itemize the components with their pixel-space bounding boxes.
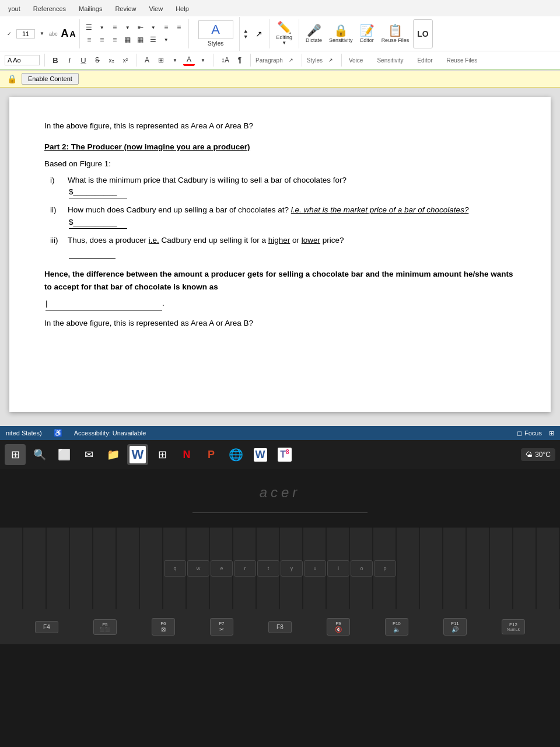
key-t[interactable]: t: [257, 560, 279, 577]
styles-chevron-down[interactable]: ▼: [243, 34, 249, 40]
hence-blank[interactable]: |: [46, 298, 162, 310]
styles-expand-icon[interactable]: ↗: [252, 29, 266, 39]
question-i: i) What is the minimum price that Cadbur…: [44, 174, 516, 199]
font-name-input[interactable]: A Ao: [5, 55, 40, 65]
taskbar-netflix-btn[interactable]: N: [176, 444, 197, 465]
para-expand-icon[interactable]: ↗: [285, 54, 297, 66]
styles-box[interactable]: A: [198, 20, 233, 39]
align-center-btn[interactable]: ≡: [96, 34, 108, 46]
taskbar-powerpoint-btn[interactable]: P: [201, 444, 222, 465]
keyboard-keys: q w e r t y u i o p: [28, 560, 532, 577]
key-r[interactable]: r: [234, 560, 256, 577]
sort-btn[interactable]: ↕A: [219, 54, 232, 66]
weather-badge[interactable]: 🌤 30°C: [521, 448, 555, 461]
taskbar-email-btn[interactable]: ✉: [78, 444, 99, 465]
taskbar-folder-btn[interactable]: 📁: [103, 444, 124, 465]
key-f12[interactable]: F12 NumLk: [502, 619, 525, 634]
tab-references[interactable]: References: [27, 3, 72, 15]
list-bullet-dropdown[interactable]: ▼: [96, 22, 108, 33]
key-f7[interactable]: F7 ✂: [210, 618, 233, 636]
key-p[interactable]: p: [374, 560, 396, 577]
taskbar-windows2-btn[interactable]: ⊞: [152, 444, 173, 465]
sensitivity-btn[interactable]: 🔒 Sensitivity: [326, 19, 356, 48]
list-numbered-btn[interactable]: ≡: [109, 22, 121, 33]
align-right-btn[interactable]: ≡: [173, 22, 185, 33]
grid-view-btn[interactable]: ⊞: [549, 430, 554, 437]
word2-icon: W: [254, 448, 267, 462]
subscript-btn[interactable]: x₂: [106, 54, 117, 66]
strikethrough-btn[interactable]: S̶: [92, 54, 103, 66]
superscript-btn[interactable]: x²: [120, 54, 131, 66]
key-f4[interactable]: F4: [35, 621, 58, 633]
sep4: [299, 19, 299, 48]
key-w[interactable]: w: [187, 560, 209, 577]
font-color-dropdown[interactable]: ▼: [197, 54, 209, 66]
tab-review[interactable]: Review: [109, 3, 142, 15]
styles-expand-btn[interactable]: ↗: [325, 54, 337, 66]
tab-help[interactable]: Help: [170, 3, 195, 15]
font-a-large: A: [61, 27, 69, 40]
list2-dropdown[interactable]: ▼: [160, 34, 172, 46]
key-u[interactable]: u: [304, 560, 326, 577]
key-e[interactable]: e: [211, 560, 233, 577]
underline-btn[interactable]: U: [78, 54, 89, 66]
font-size-down[interactable]: ✓: [4, 28, 15, 40]
enable-content-btn[interactable]: Enable Content: [22, 73, 79, 85]
dictate-btn[interactable]: 🎤 Dictate: [303, 19, 325, 48]
reuse-files-btn[interactable]: 📋 Reuse Files: [379, 19, 412, 48]
align-right2-btn[interactable]: ≡: [109, 34, 121, 46]
taskbar-search-btn[interactable]: 🔍: [29, 444, 50, 465]
taskbar-teams-btn[interactable]: T8: [274, 444, 295, 465]
key-y[interactable]: y: [281, 560, 303, 577]
tab-mailings[interactable]: Mailings: [73, 3, 108, 15]
taskbar-word-btn[interactable]: W: [127, 444, 148, 465]
editor-btn[interactable]: 📝 Editor: [357, 19, 377, 48]
indent-dropdown[interactable]: ▼: [148, 22, 159, 33]
editing-btn[interactable]: ✏️ Editing ▼: [274, 19, 296, 48]
reuse-icon: 📋: [388, 25, 402, 36]
table2-btn[interactable]: ⊞: [155, 54, 167, 66]
tab-layout[interactable]: yout: [2, 3, 26, 15]
editing-dropdown-icon[interactable]: ▼: [282, 40, 286, 46]
list-numbered-dropdown[interactable]: ▼: [122, 22, 134, 33]
lo-btn[interactable]: LO: [413, 19, 432, 48]
align-justify2-btn[interactable]: ▦: [122, 34, 134, 46]
key-o[interactable]: o: [351, 560, 373, 577]
italic-btn[interactable]: I: [64, 54, 75, 66]
focus-btn[interactable]: ◻ Focus: [517, 430, 542, 437]
key-f11[interactable]: F11 🔊: [443, 618, 467, 636]
taskbar-start-btn[interactable]: ⊞: [5, 444, 26, 465]
font-color-btn[interactable]: A: [183, 54, 195, 66]
taskbar-word2-btn[interactable]: W: [250, 444, 271, 465]
sep8: [250, 54, 251, 67]
taskbar-task-view-btn[interactable]: ⬜: [54, 444, 75, 465]
list-bullet-btn[interactable]: ☰: [83, 22, 95, 33]
question-iii: iii) Thus, does a producer i.e. Cadbury …: [44, 235, 516, 259]
align-justify-btn[interactable]: ≡: [160, 22, 172, 33]
q-ii-blank[interactable]: $__________: [69, 217, 127, 229]
table-btn[interactable]: ▦: [135, 34, 146, 46]
tab-view[interactable]: View: [144, 3, 169, 15]
key-i[interactable]: i: [327, 560, 349, 577]
styles-chevron-up[interactable]: ▲: [243, 28, 249, 34]
key-f10[interactable]: F10 🔈: [385, 618, 408, 636]
key-f9[interactable]: F9 🔇: [327, 618, 350, 636]
q-iii-blank[interactable]: [69, 246, 116, 259]
align-left-btn[interactable]: ≡: [83, 34, 95, 46]
list2-btn[interactable]: ☰: [148, 34, 159, 46]
taskbar-chrome-btn[interactable]: 🌐: [225, 444, 246, 465]
indent-btn[interactable]: ⇤: [135, 22, 146, 33]
key-f8[interactable]: F8: [268, 621, 292, 633]
key-f6[interactable]: F6 ⊠: [152, 618, 175, 636]
key-q[interactable]: q: [164, 560, 186, 577]
key-f5[interactable]: F5 ⬛⬛: [93, 619, 117, 635]
bold-btn[interactable]: B: [50, 54, 61, 66]
hence-text: Hence, the difference between the amount…: [44, 270, 513, 291]
highlight-btn[interactable]: A: [141, 54, 153, 66]
font-size-input[interactable]: 11: [16, 29, 35, 39]
table2-dropdown[interactable]: ▼: [169, 54, 181, 66]
q-i-blank[interactable]: $__________: [69, 186, 127, 198]
accessibility-text: Accessibility: Unavailable: [74, 430, 146, 437]
pilcrow-btn[interactable]: ¶: [234, 54, 246, 66]
font-size-dropdown[interactable]: ▼: [36, 28, 48, 40]
